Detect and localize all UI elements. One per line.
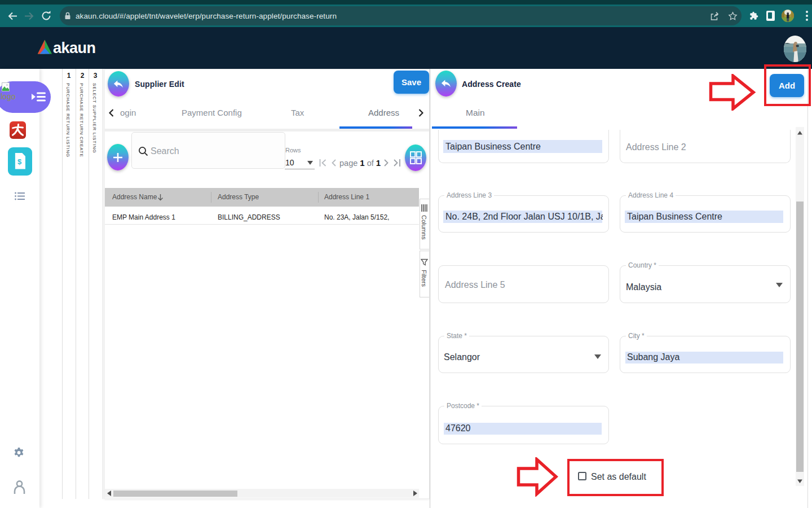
svg-text:$: $: [17, 157, 22, 166]
